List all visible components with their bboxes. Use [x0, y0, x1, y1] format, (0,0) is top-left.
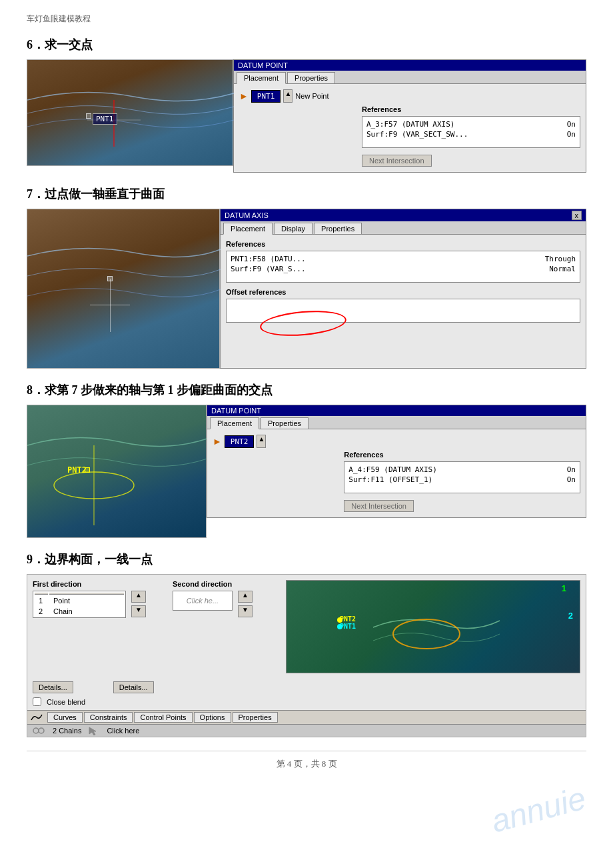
tab-control-points[interactable]: Control Points — [134, 712, 192, 723]
close-blend-checkbox[interactable] — [33, 697, 41, 706]
pnt2-entry: ► PNT2 ▲ — [213, 435, 580, 448]
sec7-vertical-line — [110, 279, 111, 332]
section-7-title: 7．过点做一轴垂直于曲面 — [27, 186, 586, 202]
next-intersection-btn-8[interactable]: Next Intersection — [344, 500, 414, 512]
section-6-dialog: DATUM POINT Placement Properties ► PNT1 … — [233, 59, 586, 173]
pnt1-box: PNT1 — [251, 90, 281, 103]
first-dir-title: First direction — [33, 580, 166, 588]
pnt1-entry: ► PNT1 ▲ New Point — [239, 89, 580, 103]
tab-properties-7[interactable]: Properties — [314, 223, 362, 234]
section-9-top: First direction 1 Point 2 Chain — [27, 575, 586, 679]
label-2-3d: 2 — [568, 611, 573, 621]
watermark: annuie — [487, 779, 589, 839]
section-6-title: 6．求一交点 — [27, 37, 586, 53]
tab-properties-6[interactable]: Properties — [287, 72, 335, 83]
dialog-6-tabs: Placement Properties — [234, 71, 586, 84]
section-8-title: 8．求第 7 步做来的轴与第 1 步偏距曲面的交点 — [27, 382, 586, 398]
references-box-7: PNT1:F58 (DATU... Through Surf:F9 (VAR_S… — [226, 251, 580, 283]
section-9-tabs-bar: Curves Constraints Control Points Option… — [27, 710, 586, 724]
pnt2-viewport-label: PNT2 — [67, 465, 87, 475]
section-8-viewport: PNT2 — [27, 405, 207, 538]
dialog-7-titlebar: DATUM AXIS x — [221, 209, 586, 221]
sec7-horizontal-line — [90, 305, 130, 305]
second-dir-title: Second direction — [173, 580, 279, 588]
pnt2-arrow-icon: ► — [213, 436, 222, 447]
ref-row-1-6: A_3:F57 (DATUM AXIS) On — [366, 119, 576, 129]
tab-placement-6[interactable]: Placement — [237, 72, 286, 84]
ref-row-2-8: Surf:F11 (OFFSET_1) On — [348, 475, 576, 485]
arrow-up-second[interactable]: ▲ — [238, 591, 253, 603]
dialog-6-body: ► PNT1 ▲ New Point References A_3:F57 (D… — [234, 84, 586, 172]
svg-point-5 — [33, 728, 39, 733]
dialog-6-content: References A_3:F57 (DATUM AXIS) On Surf:… — [239, 105, 580, 167]
dialog-7-close-btn[interactable]: x — [572, 211, 582, 220]
section-7-viewport — [27, 209, 220, 369]
references-box-8: A_4:F59 (DATUM AXIS) On Surf:F11 (OFFSET… — [344, 461, 580, 493]
pnt1-dot-3d — [337, 624, 342, 629]
second-direction-panel: Second direction Click he... ▲ ▼ — [173, 580, 279, 673]
dialog-7-tabs: Placement Display Properties — [221, 221, 586, 235]
arrow-down-second[interactable]: ▼ — [238, 605, 253, 617]
status-click-text: Click here — [107, 727, 139, 735]
status-bar-9: 2 Chains Click here — [27, 724, 586, 737]
details-btn-first[interactable]: Details... — [33, 681, 73, 693]
tab-placement-7[interactable]: Placement — [223, 223, 273, 235]
tab-constraints[interactable]: Constraints — [84, 712, 133, 723]
next-intersection-btn-6[interactable]: Next Intersection — [362, 155, 432, 167]
label-1-3d: 1 — [562, 583, 566, 593]
references-label-7: References — [226, 240, 580, 248]
references-label-6: References — [362, 105, 580, 113]
pnt2-box: PNT2 — [225, 435, 255, 448]
table-row-2: 2 Chain — [35, 607, 124, 616]
click-icon — [87, 726, 101, 735]
click-placeholder[interactable]: Click he... — [173, 591, 233, 611]
dialog-8-tabs: Placement Properties — [207, 416, 586, 429]
pnt1-scroll[interactable]: ▲ — [283, 89, 293, 103]
status-chains-text: 2 Chains — [53, 727, 81, 735]
pnt1-marker — [86, 113, 91, 119]
arrow-down-first[interactable]: ▼ — [131, 605, 146, 617]
section-8-block: PNT2 DATUM POINT Placement Properties ► … — [27, 405, 586, 538]
footer-text: 第 4 页，共 8 页 — [277, 759, 337, 769]
page-header: 车灯鱼眼建模教程 — [27, 13, 586, 25]
references-box-6: A_3:F57 (DATUM AXIS) On Surf:F9 (VAR_SEC… — [362, 116, 580, 148]
pnt2-scroll[interactable]: ▲ — [257, 435, 266, 448]
ref-row-2-7: Surf:F9 (VAR_S... Normal — [231, 264, 576, 274]
references-label-8: References — [344, 451, 580, 459]
curves-icon — [30, 712, 43, 723]
first-dir-table: 1 Point 2 Chain — [33, 591, 126, 618]
dialog-7-body: References PNT1:F58 (DATU... Through Sur… — [221, 235, 586, 332]
svg-point-6 — [39, 728, 44, 733]
tab-properties-8[interactable]: Properties — [261, 417, 308, 429]
ref-row-1-7: PNT1:F58 (DATU... Through — [231, 254, 576, 264]
tab-display-7[interactable]: Display — [274, 223, 312, 234]
chains-icon — [33, 726, 47, 735]
pnt1-label-vp: PNT1 — [93, 113, 117, 125]
pnt2-dot-3d — [337, 617, 342, 623]
offset-references-label: Offset references — [226, 288, 580, 296]
close-blend-label: Close blend — [47, 698, 85, 706]
section-8-dialog: DATUM POINT Placement Properties ► PNT2 … — [207, 405, 586, 518]
tab-options[interactable]: Options — [194, 712, 231, 723]
section-7-block: DATUM AXIS x Placement Display Propertie… — [27, 209, 586, 369]
tab-properties-9[interactable]: Properties — [233, 712, 278, 723]
first-dir-arrows: ▲ ▼ — [131, 591, 146, 617]
section-7-dialog: DATUM AXIS x Placement Display Propertie… — [220, 209, 586, 369]
tab-curves[interactable]: Curves — [47, 712, 83, 723]
section-9-viewport3d: 1 2 PNT2 PNT1 — [286, 580, 580, 673]
tab-placement-8[interactable]: Placement — [210, 417, 259, 429]
section-6-viewport: PNT1 — [27, 59, 233, 166]
table-row-1: 1 Point — [35, 596, 124, 605]
section-9-title: 9．边界构面，一线一点 — [27, 551, 586, 567]
dialog-8-titlebar: DATUM POINT — [207, 405, 586, 416]
pnt-arrow-icon: ► — [239, 91, 249, 101]
details-btn-second[interactable]: Details... — [113, 681, 154, 693]
section-9-container: First direction 1 Point 2 Chain — [27, 574, 586, 737]
close-blend-row: Close blend — [27, 696, 586, 710]
first-direction-panel: First direction 1 Point 2 Chain — [33, 580, 166, 673]
ref-row-2-6: Surf:F9 (VAR_SECT_SW... On — [366, 129, 576, 139]
dialog-6-titlebar: DATUM POINT — [234, 60, 586, 71]
arrow-up-first[interactable]: ▲ — [131, 591, 146, 603]
dialog-8-content: References A_4:F59 (DATUM AXIS) On Surf:… — [213, 451, 580, 512]
pnt2-marker — [85, 467, 90, 473]
